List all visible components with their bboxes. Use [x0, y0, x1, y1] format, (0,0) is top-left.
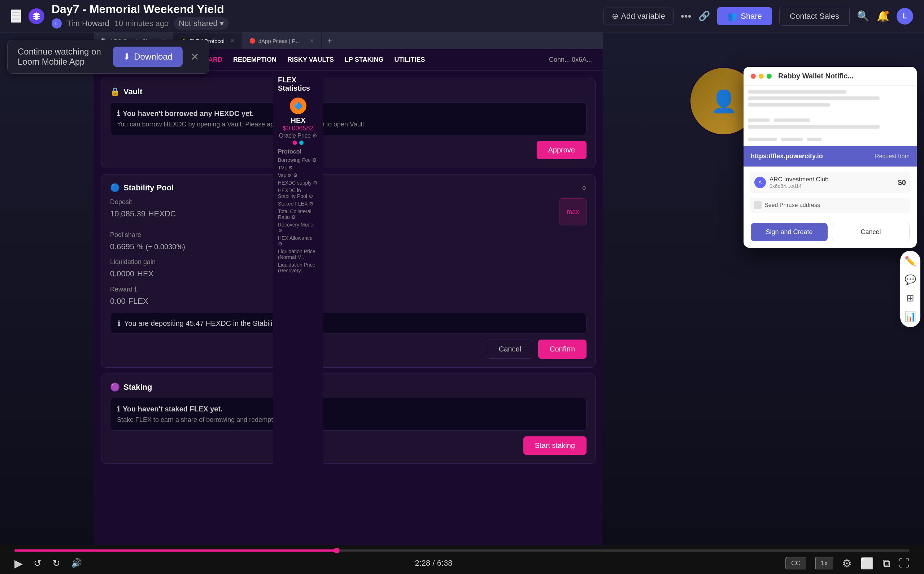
tab-close-flex[interactable]: ✕ — [230, 38, 235, 44]
notification-dot — [885, 11, 889, 14]
stat-tvl: TVL ⚙ — [278, 165, 318, 170]
deposit-label: Deposit — [110, 198, 176, 206]
max-button[interactable]: max — [559, 198, 586, 226]
rabby-wallet-popup: Rabby Wallet Notific... — [743, 67, 917, 248]
staking-icon: 🟣 — [110, 383, 120, 392]
nav-risky-vaults[interactable]: RISKY VAULTS — [287, 56, 334, 63]
new-tab-button[interactable]: + — [322, 36, 338, 46]
user-avatar[interactable]: L — [897, 8, 913, 25]
info-icon: ℹ — [117, 109, 120, 118]
progress-bar[interactable] — [14, 549, 910, 552]
stat-vaults: Vaults ⚙ — [278, 172, 318, 178]
menu-button[interactable]: ☰ — [11, 9, 21, 23]
stability-pool-title: 🔵 Stability Pool ○ — [110, 183, 586, 192]
volume-button[interactable]: 🔊 — [71, 558, 82, 568]
controls-row: ▶ ↺ ↻ 🔊 2:28 / 6:38 CC 1x ⚙ ⬜ ⧉ ⛶ — [14, 557, 910, 570]
close-dot[interactable] — [751, 74, 756, 79]
start-staking-button[interactable]: Start staking — [523, 436, 586, 455]
play-button[interactable]: ▶ — [14, 557, 23, 570]
stability-confirm-button[interactable]: Confirm — [538, 339, 586, 359]
collapse-icon[interactable]: ○ — [582, 183, 586, 192]
download-button[interactable]: ⬇ Download — [113, 47, 182, 67]
minimize-dot[interactable] — [759, 74, 764, 79]
stat-liq-normal: Liquidation Price (Normal M... — [278, 249, 318, 260]
skel-line-2 — [748, 96, 880, 100]
staking-info-text: Stake FLEX to earn a share of borrowing … — [117, 416, 580, 424]
tab-close-piteas[interactable]: ✕ — [310, 38, 314, 44]
skeleton-section-1 — [743, 86, 917, 114]
edit-tool-button[interactable]: ✏️ — [905, 256, 916, 267]
nav-utilities[interactable]: UTILITIES — [394, 56, 425, 63]
oracle-dot-1 — [293, 140, 297, 145]
video-controls-bar: ▶ ↺ ↻ 🔊 2:28 / 6:38 CC 1x ⚙ ⬜ ⧉ ⛶ — [0, 545, 924, 574]
more-button[interactable]: ••• — [681, 11, 691, 22]
add-variable-button[interactable]: ⊕ Add variable — [603, 8, 674, 25]
liquidation-field: Liquidation gain 0.0000 HEX — [110, 258, 586, 279]
cc-button[interactable]: CC — [786, 557, 806, 570]
analytics-tool-button[interactable]: 📊 — [905, 311, 916, 322]
pool-icon: 🔵 — [110, 183, 120, 192]
author-avatar: L — [52, 19, 62, 28]
notice-icon: ℹ — [118, 319, 121, 328]
share-button[interactable]: 👥 Share — [717, 7, 772, 25]
vault-info-title: ℹ You haven't borrowed any HEXDC yet. — [117, 109, 580, 118]
stats-title: FLEX Statistics — [278, 76, 318, 93]
staking-info-title: ℹ You haven't staked FLEX yet. — [117, 405, 580, 413]
fast-forward-button[interactable]: ↻ — [52, 558, 60, 569]
rabby-url-bar: https://flex.powercity.io Request from — [743, 146, 917, 167]
fullscreen-button[interactable]: ⛶ — [899, 557, 910, 569]
skel-bar-3 — [748, 125, 880, 129]
stability-cancel-button[interactable]: Cancel — [487, 339, 533, 359]
data-tool-button[interactable]: ⊞ — [905, 293, 916, 304]
rabby-body: A ARC Investment Club 0x6e84...ed14 $0 S… — [743, 167, 917, 223]
sign-create-button[interactable]: Sign and Create — [751, 223, 828, 241]
share-icon: 👥 — [727, 11, 737, 21]
stability-pool-card: 🔵 Stability Pool ○ Deposit 10,085.39 HEX… — [101, 174, 596, 368]
tab-favicon-piteas: 🔴 — [250, 38, 256, 44]
reward-field: Reward ℹ 0.00 FLEX — [110, 285, 586, 306]
rabby-from-section: A ARC Investment Club 0x6e84...ed14 $0 — [750, 172, 910, 193]
skel-bar-1 — [748, 118, 770, 122]
stat-hex-allowance: HEX Allowance ⚙ — [278, 235, 318, 247]
rabby-from-info: ARC Investment Club 0x6e84...ed14 — [770, 176, 828, 189]
rewind-button[interactable]: ↺ — [33, 558, 41, 569]
vault-info-text: You can borrow HEXDC by opening a Vault.… — [117, 121, 580, 128]
topbar-actions: ⊕ Add variable ••• 🔗 👥 Share Contact Sal… — [603, 7, 913, 26]
settings-button[interactable]: ⚙ — [842, 557, 852, 570]
connect-button[interactable]: Conn... 0x6A... — [549, 56, 592, 63]
contact-sales-button[interactable]: Contact Sales — [779, 7, 850, 26]
video-content: Continue watching on Loom Mobile App ⬇ D… — [0, 33, 924, 545]
nav-lp-staking[interactable]: LP STAKING — [345, 56, 383, 63]
progress-bar-fill — [14, 549, 337, 552]
notifications-button[interactable]: 🔔 — [877, 10, 889, 22]
pip-button[interactable]: ⧉ — [883, 557, 890, 570]
skel-line-3 — [748, 103, 830, 107]
maximize-dot[interactable] — [767, 74, 772, 79]
rabby-cancel-button[interactable]: Cancel — [832, 223, 910, 241]
approve-button[interactable]: Approve — [537, 141, 587, 159]
rabby-request-label: Request from — [875, 153, 910, 160]
stability-pool-actions: Cancel Confirm — [110, 339, 586, 359]
link-button[interactable]: 🔗 — [698, 11, 710, 22]
download-icon: ⬇ — [123, 52, 130, 62]
oracle-dots — [278, 140, 318, 145]
comment-tool-button[interactable]: 💬 — [905, 274, 916, 285]
nav-redemption[interactable]: REDEMPTION — [233, 56, 277, 63]
theater-mode-button[interactable]: ⬜ — [861, 557, 874, 570]
search-button[interactable]: 🔍 — [857, 10, 869, 22]
skel-bar-5 — [781, 138, 803, 141]
skel-bar-2 — [774, 118, 810, 122]
flex-stats-panel: FLEX Statistics 🔷 HEX $0.006582 Oracle P… — [273, 71, 324, 545]
hex-token-icon: 🔷 — [290, 98, 306, 114]
speed-button[interactable]: 1x — [815, 557, 833, 570]
progress-thumb[interactable] — [334, 548, 339, 554]
skeleton-section-2 — [743, 114, 917, 133]
share-status[interactable]: Not shared ▾ — [174, 17, 229, 30]
rabby-from-name: ARC Investment Club — [770, 176, 828, 183]
protocol-label: Protocol — [278, 148, 318, 155]
deposit-value: 10,085.39 HEXDC — [110, 207, 176, 219]
edit-time: 10 minutes ago — [115, 19, 168, 28]
stat-recovery-mode: Recovery Mode ⚙ — [278, 222, 318, 233]
close-banner-button[interactable]: ✕ — [190, 51, 199, 63]
browser-tab-piteas[interactable]: 🔴 dApp Piteas | Pulsechain De... ✕ — [242, 33, 322, 49]
